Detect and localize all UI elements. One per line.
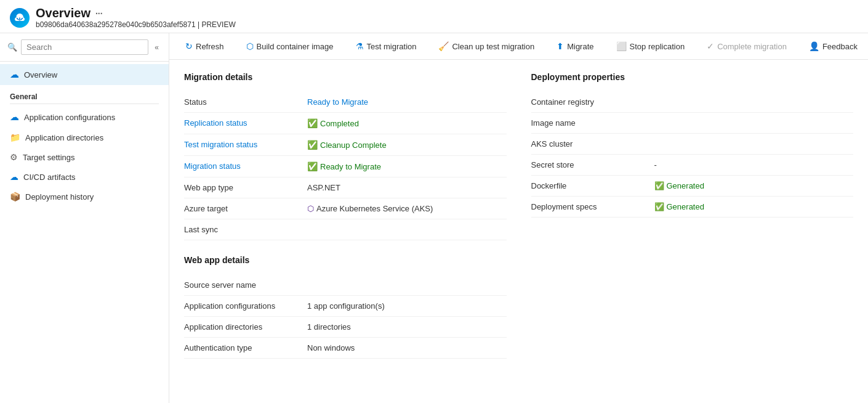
row-value: ⬡ Azure Kubernetes Service (AKS)	[307, 198, 507, 219]
deployment-properties-table: Container registry Image name AKS cluste…	[531, 92, 854, 218]
row-label: Test migration status	[184, 134, 307, 156]
table-row: Authentication type Non windows	[184, 338, 507, 359]
row-value	[654, 113, 854, 134]
migration-status-link[interactable]: Migration status	[184, 161, 241, 171]
row-value	[654, 92, 854, 113]
replication-status-link[interactable]: Replication status	[184, 118, 247, 128]
row-label: Application directories	[184, 317, 307, 338]
deployment-history-icon: 📦	[10, 192, 20, 202]
sidebar-item-app-configurations[interactable]: ☁ Application configurations	[0, 107, 169, 128]
status-link[interactable]: Ready to Migrate	[307, 97, 368, 107]
more-options-icon[interactable]: ···	[95, 9, 103, 18]
status-icon-green: ✅	[307, 140, 318, 150]
generated-icon: ✅	[654, 181, 664, 190]
migration-details-table: Status Ready to Migrate Replication stat…	[184, 92, 507, 240]
web-app-details-title: Web app details	[184, 255, 507, 265]
web-app-details-table: Source server name Application configura…	[184, 275, 507, 359]
table-row: Status Ready to Migrate	[184, 92, 507, 113]
row-value: Ready to Migrate	[307, 92, 507, 113]
feedback-button[interactable]: 👤 Feedback	[803, 38, 864, 54]
sidebar-item-deployment-history[interactable]: 📦 Deployment history	[0, 187, 169, 206]
feedback-icon: 👤	[809, 41, 819, 51]
test-icon: ⚗	[356, 41, 364, 51]
row-value: 1 directories	[307, 317, 507, 338]
table-row: Application directories 1 directories	[184, 317, 507, 338]
row-value	[654, 134, 854, 155]
stop-icon: ⬜	[616, 41, 627, 51]
app-config-icon: ☁	[10, 112, 19, 123]
sidebar-item-app-directories[interactable]: 📁 Application directories	[0, 128, 169, 147]
app-dir-icon: 📁	[10, 132, 20, 142]
table-row: Web app type ASP.NET	[184, 177, 507, 198]
test-migration-status-value: Cleanup Complete	[320, 140, 387, 150]
row-label: Application configurations	[184, 296, 307, 317]
row-value: -	[654, 155, 854, 176]
row-label: AKS cluster	[531, 134, 654, 155]
test-migration-button[interactable]: ⚗ Test migration	[350, 38, 423, 54]
row-label: Azure target	[184, 198, 307, 219]
table-row: Test migration status ✅ Cleanup Complete	[184, 134, 507, 156]
build-container-button[interactable]: ⬡ Build container image	[240, 38, 340, 54]
migration-status-value: Ready to Migrate	[320, 162, 381, 171]
sidebar-nav: ☁ Overview General ☁ Application configu…	[0, 62, 169, 403]
sidebar-item-target-settings[interactable]: ⚙ Target settings	[0, 147, 169, 167]
row-value	[307, 219, 507, 240]
sidebar-item-overview[interactable]: ☁ Overview	[0, 64, 169, 85]
row-value	[307, 275, 507, 296]
row-label: Migration status	[184, 156, 307, 177]
complete-icon: ✓	[707, 41, 714, 51]
row-label: Deployment specs	[531, 197, 654, 218]
migrate-icon: ⬆	[557, 41, 564, 51]
table-row: Source server name	[184, 275, 507, 296]
stop-replication-button[interactable]: ⬜ Stop replication	[610, 38, 691, 54]
cleanup-test-button[interactable]: 🧹 Clean up test migration	[432, 38, 540, 54]
cicd-icon: ☁	[10, 172, 18, 182]
header-title-block: Overview ··· b09806da640638a295278e040c9…	[36, 6, 236, 29]
row-value: ✅ Ready to Migrate	[307, 156, 507, 177]
cleanup-icon: 🧹	[438, 41, 449, 51]
status-icon-green: ✅	[307, 118, 318, 128]
app-logo	[10, 8, 30, 28]
row-value: ✅ Cleanup Complete	[307, 134, 507, 156]
table-row: Replication status ✅ Completed	[184, 113, 507, 134]
main-content: ↻ Refresh ⬡ Build container image ⚗ Test…	[169, 33, 868, 403]
row-value: ✅ Generated	[654, 176, 854, 197]
row-label: Secret store	[531, 155, 654, 176]
row-label: Replication status	[184, 113, 307, 134]
aks-icon: ⬡	[307, 204, 314, 213]
row-label: Web app type	[184, 177, 307, 198]
row-value: ✅ Generated	[654, 197, 854, 218]
row-value: ASP.NET	[307, 177, 507, 198]
table-row: AKS cluster	[531, 134, 854, 155]
replication-status-value: Completed	[320, 119, 359, 128]
table-row: Last sync	[184, 219, 507, 240]
row-label: Source server name	[184, 275, 307, 296]
table-row: Container registry	[531, 92, 854, 113]
migration-details-title: Migration details	[184, 72, 507, 82]
sidebar-item-cicd[interactable]: ☁ CI/CD artifacts	[0, 167, 169, 187]
target-settings-icon: ⚙	[10, 152, 18, 162]
table-row: Image name	[531, 113, 854, 134]
row-label: Authentication type	[184, 338, 307, 359]
deployment-properties-title: Deployment properties	[531, 72, 854, 82]
overview-icon: ☁	[10, 69, 19, 80]
refresh-icon: ↻	[185, 41, 193, 51]
migrate-button[interactable]: ⬆ Migrate	[550, 38, 600, 54]
collapse-sidebar-button[interactable]: «	[152, 41, 161, 54]
test-migration-status-link[interactable]: Test migration status	[184, 140, 257, 149]
header-subtitle: b09806da640638a295278e040c9b6503afef5871…	[36, 20, 236, 29]
table-row: Dockerfile ✅ Generated	[531, 176, 854, 197]
sidebar-general-label: General	[0, 85, 169, 104]
table-row: Application configurations 1 app configu…	[184, 296, 507, 317]
table-row: Migration status ✅ Ready to Migrate	[184, 156, 507, 177]
row-label: Last sync	[184, 219, 307, 240]
search-icon: 🔍	[7, 43, 17, 52]
row-value: ✅ Completed	[307, 113, 507, 134]
refresh-button[interactable]: ↻ Refresh	[179, 38, 230, 54]
complete-migration-button[interactable]: ✓ Complete migration	[701, 38, 793, 54]
row-label: Container registry	[531, 92, 654, 113]
row-value: 1 app configuration(s)	[307, 296, 507, 317]
status-icon-green: ✅	[307, 161, 318, 171]
table-row: Deployment specs ✅ Generated	[531, 197, 854, 218]
search-input[interactable]	[21, 39, 148, 55]
